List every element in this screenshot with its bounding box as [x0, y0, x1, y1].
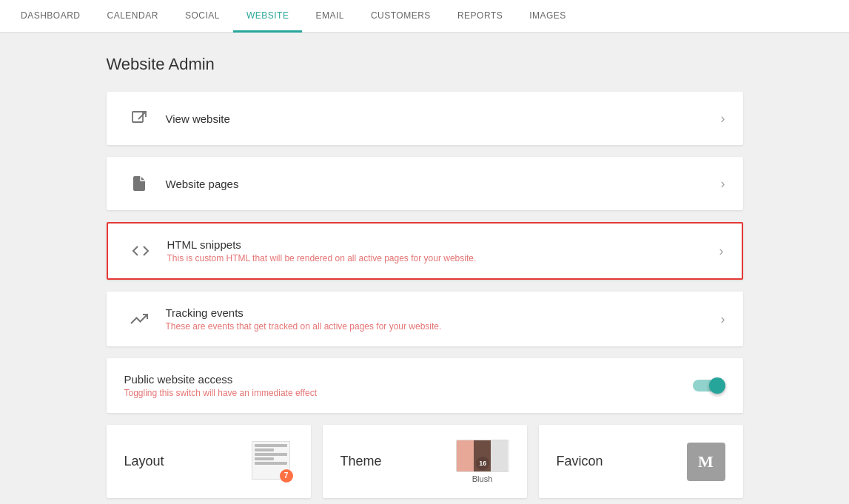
chevron-right-icon-2: ›	[721, 176, 725, 192]
layout-line	[255, 457, 274, 460]
page-title: Website Admin	[107, 55, 743, 74]
favicon-card[interactable]: Favicon M	[539, 425, 743, 498]
html-snippets-text: HTML snippets This is custom HTML that w…	[167, 238, 719, 263]
nav-item-images[interactable]: IMAGES	[516, 1, 580, 33]
nav-item-social[interactable]: SOCIAL	[172, 1, 233, 33]
chevron-right-icon-3: ›	[719, 243, 724, 259]
website-pages-card: Website pages ›	[107, 157, 743, 210]
html-snippets-subtitle: This is custom HTML that will be rendere…	[167, 253, 719, 263]
theme-color-light	[491, 440, 508, 471]
website-pages-title: Website pages	[166, 178, 721, 190]
view-website-text: View website	[166, 112, 721, 125]
pages-icon	[124, 175, 154, 192]
chevron-right-icon: ›	[721, 111, 725, 127]
nav-item-dashboard[interactable]: DASHBOARD	[7, 1, 94, 33]
layout-line	[255, 462, 287, 465]
layout-title: Layout	[124, 454, 164, 469]
theme-color-blush	[457, 440, 474, 471]
nav-item-website[interactable]: WEBSITE	[233, 1, 303, 33]
favicon-title: Favicon	[557, 454, 603, 469]
layout-card[interactable]: Layout 7	[107, 425, 311, 498]
nav-item-customers[interactable]: CUSTOMERS	[358, 1, 444, 33]
code-icon	[126, 242, 155, 260]
bottom-cards-row: Layout 7 Theme 16	[107, 425, 743, 498]
trending-icon	[124, 310, 154, 328]
layout-badge: 7	[280, 469, 293, 483]
nav-item-calendar[interactable]: CALENDAR	[94, 1, 172, 33]
html-snippets-row[interactable]: HTML snippets This is custom HTML that w…	[108, 224, 742, 278]
chevron-right-icon-4: ›	[721, 312, 725, 327]
tracking-events-card: Tracking events These are events that ge…	[107, 292, 743, 346]
toggle-subtitle: Toggling this switch will have an immedi…	[124, 388, 693, 398]
toggle-text: Public website access Toggling this swit…	[124, 373, 693, 398]
layout-line	[255, 448, 274, 451]
html-snippets-card: HTML snippets This is custom HTML that w…	[107, 222, 743, 280]
external-link-icon	[124, 110, 154, 127]
theme-badge: 16	[476, 457, 489, 470]
tracking-events-row[interactable]: Tracking events These are events that ge…	[107, 292, 743, 346]
theme-label: Blush	[472, 474, 493, 483]
theme-title: Theme	[340, 454, 382, 469]
favicon-thumbnail: M	[687, 443, 725, 481]
page-content: Website Admin View website ›	[92, 33, 758, 504]
tracking-events-text: Tracking events These are events that ge…	[166, 306, 721, 332]
public-access-toggle[interactable]	[693, 377, 725, 394]
nav-item-reports[interactable]: REPORTS	[444, 1, 516, 33]
view-website-row[interactable]: View website ›	[107, 92, 743, 145]
favicon-letter: M	[698, 452, 714, 471]
tracking-events-subtitle: These are events that get tracked on all…	[166, 321, 721, 332]
theme-card[interactable]: Theme 16 Blush	[323, 425, 527, 498]
website-pages-text: Website pages	[166, 178, 721, 190]
toggle-section: Public website access Toggling this swit…	[107, 358, 743, 413]
theme-colors: 16	[456, 440, 509, 472]
nav-item-email[interactable]: EMAIL	[302, 1, 358, 33]
view-website-card: View website ›	[107, 92, 743, 145]
html-snippets-title: HTML snippets	[167, 238, 719, 251]
svg-line-1	[138, 112, 146, 119]
public-access-card: Public website access Toggling this swit…	[107, 358, 743, 413]
layout-line	[255, 444, 287, 447]
theme-swatch: 16 Blush	[456, 440, 509, 483]
layout-line	[255, 453, 287, 456]
toggle-title: Public website access	[124, 373, 693, 386]
top-nav: DASHBOARDCALENDARSOCIALWEBSITEEMAILCUSTO…	[0, 0, 849, 33]
theme-color-brown: 16	[474, 440, 491, 471]
toggle-thumb	[709, 377, 725, 394]
layout-thumbnail: 7	[252, 441, 293, 483]
website-pages-row[interactable]: Website pages ›	[107, 157, 743, 210]
tracking-events-title: Tracking events	[166, 306, 721, 319]
view-website-title: View website	[166, 112, 721, 125]
